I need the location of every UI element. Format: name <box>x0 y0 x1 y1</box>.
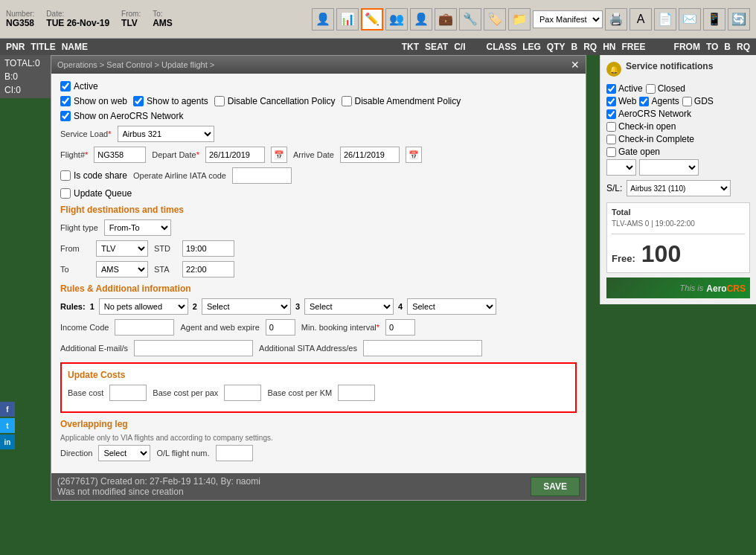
right-select-2[interactable] <box>639 159 699 176</box>
toolbar-icon-user-add[interactable]: 👥 <box>385 8 408 31</box>
notif-gate-open-checkbox[interactable] <box>606 147 616 157</box>
depart-date-input[interactable] <box>205 147 265 163</box>
flight-type-select[interactable]: From-To <box>104 219 171 236</box>
rule3-select[interactable]: Select <box>304 298 394 315</box>
modal-body: Active Show on web Show to agents Disabl… <box>51 74 586 473</box>
toolbar-icon-edit[interactable]: ✏️ <box>361 8 383 31</box>
rule1-select[interactable]: No pets allowed <box>99 298 188 315</box>
notif-active-label[interactable]: Active <box>606 83 643 94</box>
notif-checkin-open-checkbox[interactable] <box>606 122 616 132</box>
additional-sita-input[interactable] <box>363 340 482 356</box>
notif-checkin-open-label[interactable]: Check-in open <box>606 121 676 132</box>
std-input[interactable] <box>182 240 234 257</box>
toolbar-icon-tag[interactable]: 🏷️ <box>484 8 506 31</box>
flight-input[interactable] <box>94 147 146 163</box>
arrive-date-input[interactable] <box>340 147 400 163</box>
active-checkbox[interactable] <box>60 81 71 92</box>
pax-manifest-dropdown[interactable]: Pax Manifest <box>533 10 603 28</box>
base-cost-input[interactable] <box>109 385 147 401</box>
show-aerocrs-checkbox[interactable] <box>60 111 71 121</box>
notif-web-label[interactable]: Web <box>606 96 636 106</box>
checkbox-row-1: Active <box>60 81 577 92</box>
disable-cancellation-checkbox-group[interactable]: Disable Cancellation Policy <box>214 96 336 106</box>
toolbar-icon-font[interactable]: A <box>630 8 652 31</box>
show-aerocrs-checkbox-group[interactable]: Show on AeroCRS Network <box>60 111 183 121</box>
base-cost-km-input[interactable] <box>338 385 375 401</box>
agent-web-input[interactable] <box>266 319 295 336</box>
toolbar-icon-refresh[interactable]: 🔄 <box>728 8 750 31</box>
save-button[interactable]: SAVE <box>531 477 580 496</box>
disable-amendment-checkbox[interactable] <box>342 96 352 106</box>
notif-aerocrs-checkbox[interactable] <box>606 109 616 119</box>
notif-gate-open-group: Gate open <box>606 147 750 157</box>
code-share-checkbox[interactable] <box>60 170 71 181</box>
notif-active-checkbox[interactable] <box>606 84 616 94</box>
disable-amendment-checkbox-group[interactable]: Disable Amendment Policy <box>342 96 461 106</box>
notif-web-checkbox[interactable] <box>606 97 616 106</box>
sl-label: S/L: <box>606 183 622 193</box>
toolbar-icon-chart[interactable]: 📊 <box>336 8 359 31</box>
show-web-checkbox[interactable] <box>60 96 71 106</box>
right-select-1[interactable] <box>606 159 636 176</box>
toolbar-icon-print[interactable]: 🖨️ <box>605 8 627 31</box>
service-load-select[interactable]: Airbus 321 <box>118 126 214 142</box>
disable-cancellation-label: Disable Cancellation Policy <box>228 96 336 106</box>
table-header: PNR TITLE NAME TKT SEAT C/I CLASS LEG QT… <box>0 39 756 55</box>
code-share-checkbox-group[interactable]: Is code share <box>60 170 127 181</box>
operate-airline-input[interactable] <box>232 167 292 184</box>
toolbar-icon-user2[interactable]: 👤 <box>410 8 432 31</box>
active-checkbox-group[interactable]: Active <box>60 81 98 92</box>
show-agents-checkbox[interactable] <box>133 96 144 106</box>
income-code-input[interactable] <box>115 319 174 336</box>
notif-aerocrs-label[interactable]: AeroCRS Network <box>606 109 691 119</box>
notif-agents-label[interactable]: Agents <box>639 96 679 106</box>
toolbar-icon-email[interactable]: ✉️ <box>679 8 701 31</box>
from-select[interactable]: TLV <box>96 240 148 257</box>
rules-title: Rules & Additional information <box>60 283 577 294</box>
toolbar-icon-briefcase[interactable]: 💼 <box>435 8 457 31</box>
notif-checkin-complete-checkbox[interactable] <box>606 135 616 144</box>
to-label: To: <box>153 10 173 18</box>
toolbar-icon-tools[interactable]: 🔧 <box>459 8 481 31</box>
twitter-icon[interactable]: t <box>0 418 15 433</box>
show-web-checkbox-group[interactable]: Show on web <box>60 96 127 106</box>
service-load-row: Service Load Airbus 321 <box>60 126 577 142</box>
toolbar-icon-pdf[interactable]: 📄 <box>654 8 676 31</box>
toolbar-icon-folder[interactable]: 📁 <box>508 8 531 31</box>
rule2-select[interactable]: Select <box>202 298 291 315</box>
notif-gate-open-label[interactable]: Gate open <box>606 147 660 157</box>
toolbar-icon-tablet[interactable]: 📱 <box>703 8 725 31</box>
additional-email-input[interactable] <box>134 340 253 356</box>
rule4-select[interactable]: Select <box>407 298 496 315</box>
free-value: 100 <box>641 240 681 268</box>
update-queue-checkbox[interactable] <box>60 188 71 199</box>
min-booking-input[interactable] <box>385 319 415 336</box>
show-agents-checkbox-group[interactable]: Show to agents <box>133 96 208 106</box>
depart-date-picker[interactable]: 📅 <box>271 147 287 163</box>
base-cost-pax-input[interactable] <box>224 385 261 401</box>
overlap-title: Overlapping leg <box>60 419 577 429</box>
disable-cancellation-checkbox[interactable] <box>214 96 225 106</box>
from-label: From: <box>121 10 141 18</box>
toolbar-icon-person[interactable]: 👤 <box>312 8 334 31</box>
agent-web-label: Agent and web expire <box>180 323 259 332</box>
notif-gds-label[interactable]: GDS <box>682 96 714 106</box>
col-leg: LEG <box>519 42 544 52</box>
notif-gds-checkbox[interactable] <box>682 97 692 106</box>
base-cost-km-label: Base cost per KM <box>267 388 332 397</box>
arrive-date-picker[interactable]: 📅 <box>406 147 422 163</box>
to-select[interactable]: AMS <box>96 261 148 278</box>
linkedin-icon[interactable]: in <box>0 434 15 449</box>
update-queue-checkbox-group[interactable]: Update Queue <box>60 188 132 199</box>
notif-checkin-complete-label[interactable]: Check-in Complete <box>606 134 694 144</box>
facebook-icon[interactable]: f <box>0 402 15 417</box>
direction-select[interactable]: Select <box>98 445 150 461</box>
notif-closed-label[interactable]: Closed <box>646 83 685 94</box>
sl-select[interactable]: Airbus 321 (110) <box>627 180 731 196</box>
sta-input[interactable] <box>182 261 234 278</box>
modal-close-button[interactable]: ✕ <box>571 59 580 71</box>
notif-closed-checkbox[interactable] <box>646 84 656 94</box>
notif-agents-checkbox[interactable] <box>639 97 649 106</box>
ol-flight-input[interactable] <box>216 445 253 461</box>
std-label: STD <box>154 244 176 253</box>
